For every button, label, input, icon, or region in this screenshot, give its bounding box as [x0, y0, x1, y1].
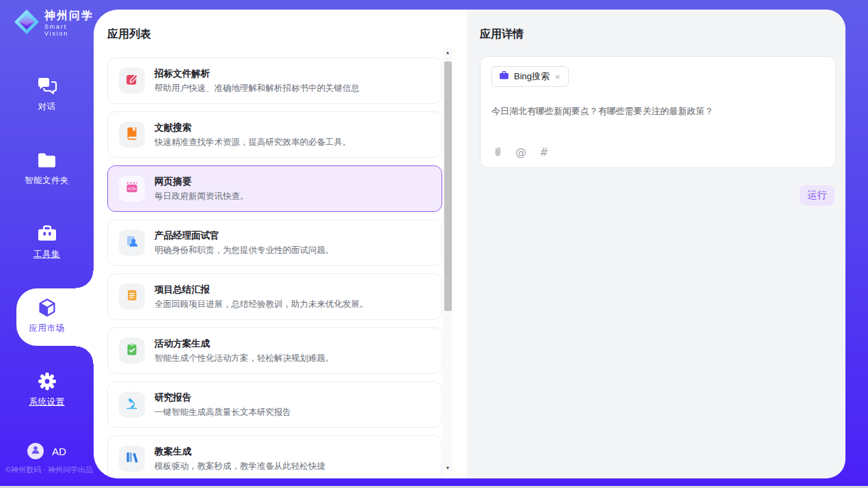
scroll-down-icon[interactable]: ▼ [443, 463, 452, 472]
app-card[interactable]: 项目总结汇报 全面回顾项目进展，总结经验教训，助力未来优化发展。 [107, 273, 442, 320]
app-card-title: 网页摘要 [154, 177, 249, 187]
books-icon [125, 450, 139, 467]
user-row[interactable]: AD [27, 443, 66, 459]
paperclip-icon[interactable] [491, 146, 504, 158]
toolbox-icon [37, 223, 57, 244]
brand-name: 神州问学 [44, 10, 94, 22]
scrollbar-thumb[interactable] [444, 62, 452, 311]
book-icon [125, 126, 139, 143]
sidebar: 神州问学 Smart Vision 对话 智能文件夹 工具集 应用市场 [0, 0, 94, 486]
app-icon-box [119, 284, 145, 310]
edit-square-icon [125, 72, 139, 89]
app-card[interactable]: 研究报告 一键智能生成高质量长文本研究报告 [107, 381, 442, 428]
diamond-logo-icon [14, 9, 40, 38]
scroll-up-icon[interactable]: ▲ [443, 47, 452, 57]
interviewer-icon [125, 234, 139, 251]
app-icon-box [119, 338, 145, 364]
app-icon-box [119, 446, 145, 472]
app-card[interactable]: 教案生成 模板驱动，教案秒成，教学准备从此轻松快捷 [107, 435, 442, 478]
app-card-desc: 模板驱动，教案秒成，教学准备从此轻松快捷 [154, 462, 325, 471]
app-card[interactable]: 产品经理面试官 明确身份和职责，为您提供专业性的面试问题。 [107, 219, 442, 266]
copyright-footer: ©神州数码 · 神州问学出品 [5, 465, 93, 475]
microscope-icon [125, 396, 139, 413]
app-card[interactable]: 招标文件解析 帮助用户快速、准确地理解和解析招标书中的关键信息 [107, 57, 442, 104]
close-icon[interactable]: × [554, 72, 561, 81]
app-card-desc: 一键智能生成高质量长文本研究报告 [154, 408, 291, 417]
document-icon [125, 288, 139, 305]
prompt-toolbar: @# [491, 146, 824, 158]
prompt-card: Bing搜索 × 今日湖北有哪些新闻要点？有哪些需要关注的最新政策？ @# [480, 56, 836, 168]
app-card-title: 活动方案生成 [154, 339, 334, 349]
clipboard-check-icon [125, 342, 139, 359]
app-icon-box: </> [119, 176, 145, 202]
app-icon-box [119, 230, 145, 256]
app-card-desc: 明确身份和职责，为您提供专业性的面试问题。 [154, 246, 334, 255]
app-card[interactable]: 文献搜索 快速精准查找学术资源，提高研究效率的必备工具。 [107, 111, 442, 158]
app-card-desc: 每日政府新闻资讯快查。 [154, 192, 249, 201]
main-panel: 应用列表 招标文件解析 帮助用户快速、准确地理解和解析招标书中的关键信息 文献搜… [94, 10, 845, 478]
briefcase-icon [499, 70, 509, 83]
prompt-input[interactable]: 今日湖北有哪些新闻要点？有哪些需要关注的最新政策？ [491, 105, 824, 146]
app-icon-box [119, 122, 145, 148]
tool-tag-label: Bing搜索 [514, 70, 550, 83]
sidebar-item-chat[interactable]: 对话 [0, 76, 94, 113]
app-list-title: 应用列表 [107, 27, 151, 42]
sidebar-item-smart-folder[interactable]: 智能文件夹 [0, 150, 94, 187]
app-detail-panel: 应用详情 Bing搜索 × 今日湖北有哪些新闻要点？有哪些需要关注的最新政策？ … [467, 10, 845, 478]
scrollbar-track[interactable]: ▲ ▼ [443, 47, 452, 472]
app-icon-box [119, 392, 145, 418]
gear-icon [38, 371, 57, 392]
hash-icon[interactable]: # [538, 146, 550, 158]
app-card-desc: 快速精准查找学术资源，提高研究效率的必备工具。 [154, 138, 351, 147]
at-icon[interactable]: @ [515, 146, 527, 158]
tool-tag-bing-search[interactable]: Bing搜索 × [491, 66, 569, 87]
app-card[interactable]: 活动方案生成 智能生成个性化活动方案，轻松解决规划难题。 [107, 327, 442, 374]
sidebar-item-system-settings[interactable]: 系统设置 [0, 371, 94, 408]
app-card-title: 产品经理面试官 [154, 231, 334, 241]
brand-subtitle: Smart Vision [44, 23, 94, 37]
app-card-desc: 帮助用户快速、准确地理解和解析招标书中的关键信息 [154, 84, 360, 93]
folder-icon [37, 150, 57, 170]
app-detail-title: 应用详情 [480, 27, 524, 42]
app-card-title: 招标文件解析 [154, 69, 360, 79]
app-card-desc: 全面回顾项目进展，总结经验教训，助力未来优化发展。 [154, 300, 368, 309]
app-card[interactable]: </> 网页摘要 每日政府新闻资讯快查。 [107, 165, 442, 212]
bump-corner-bottom [76, 346, 94, 364]
brand: 神州问学 Smart Vision [14, 9, 94, 38]
bump-corner-top [76, 271, 94, 288]
chat-icon [37, 76, 57, 96]
app-card-title: 文献搜索 [154, 123, 351, 133]
app-card-title: 教案生成 [154, 447, 325, 457]
svg-text:</>: </> [128, 186, 135, 191]
user-initials: AD [52, 446, 66, 457]
avatar [27, 443, 44, 459]
app-card-desc: 智能生成个性化活动方案，轻松解决规划难题。 [154, 354, 334, 363]
app-card-title: 研究报告 [154, 393, 291, 403]
cube-icon [37, 297, 57, 318]
app-cards: 招标文件解析 帮助用户快速、准确地理解和解析招标书中的关键信息 文献搜索 快速精… [107, 57, 442, 478]
code-window-icon: </> [125, 180, 139, 197]
sidebar-item-toolset[interactable]: 工具集 [0, 223, 94, 260]
run-button[interactable]: 运行 [800, 185, 835, 206]
app-icon-box [119, 68, 145, 94]
app-list-panel: 应用列表 招标文件解析 帮助用户快速、准确地理解和解析招标书中的关键信息 文献搜… [94, 10, 467, 478]
app-card-title: 项目总结汇报 [154, 285, 368, 295]
sidebar-item-app-market[interactable]: 应用市场 [0, 297, 94, 334]
user-icon [30, 444, 41, 458]
